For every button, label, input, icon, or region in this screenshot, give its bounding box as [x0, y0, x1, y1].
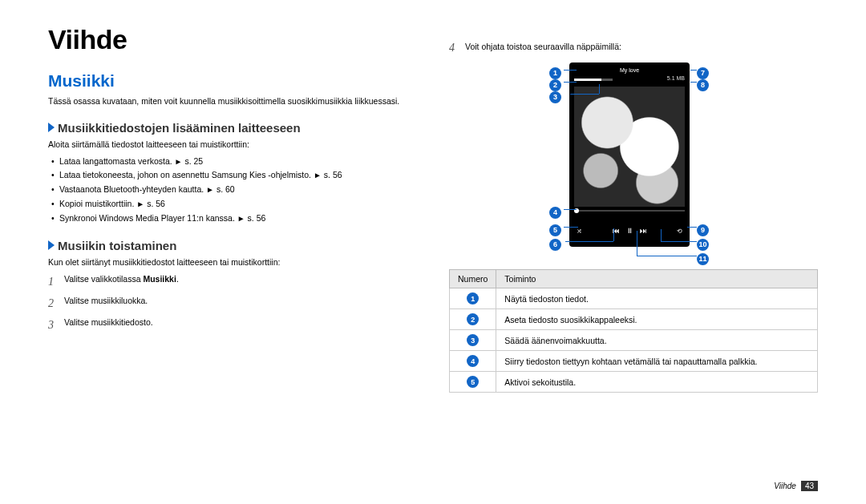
- table-row: 4Siirry tiedoston tiettyyn kohtaan vetäm…: [450, 351, 818, 372]
- list-item: Kopioi muistikorttiin. ► s. 56: [51, 197, 417, 212]
- step-4-lead: 4Voit ohjata toistoa seuraavilla näppäim…: [449, 42, 818, 54]
- shuffle-icon: ⤨: [577, 228, 582, 235]
- callout-badge: 10: [697, 239, 709, 251]
- next-icon: ⏭: [640, 227, 647, 235]
- page-number: 43: [801, 481, 818, 491]
- table-row: 1Näytä tiedoston tiedot.: [450, 288, 818, 309]
- page-footer: Viihde 43: [774, 481, 818, 491]
- callout-badge: 11: [697, 253, 709, 265]
- list-item: Synkronoi Windows Media Player 11:n kans…: [51, 212, 417, 226]
- subheading-lead: Kun olet siirtänyt musiikkitiedostot lai…: [48, 256, 417, 269]
- callout-badge: 8: [697, 79, 709, 91]
- table-row: 2Aseta tiedosto suosikkikappaleeksi.: [450, 309, 818, 330]
- player-controls: ⤨ ⏮ ⏸ ⏭ ⟲: [574, 221, 685, 240]
- step-item: 2Valitse musiikkiluokka.: [48, 293, 417, 315]
- subheading-add-files: Musiikkitiedostojen lisääminen laitteese…: [48, 121, 417, 135]
- subheading-lead: Aloita siirtämällä tiedostot laitteeseen…: [48, 139, 417, 151]
- callout-badge: 5: [549, 224, 561, 236]
- section-heading: Musiikki: [48, 71, 417, 91]
- table-header-function: Toiminto: [496, 270, 818, 288]
- table-row: 5Aktivoi sekoitustila.: [450, 372, 818, 393]
- chevron-icon: [48, 123, 55, 132]
- table-row: 3Säädä äänenvoimakkuutta.: [450, 330, 818, 351]
- step-item: 3Valitse musiikkitiedosto.: [48, 315, 417, 337]
- chevron-icon: [48, 240, 55, 250]
- callout-badge: 9: [697, 224, 709, 236]
- progress-bar: [574, 210, 685, 212]
- list-item: Lataa langattomasta verkosta. ► s. 25: [51, 155, 417, 169]
- subheading-playback: Musiikin toistaminen: [48, 239, 417, 252]
- bullet-list: Lataa langattomasta verkosta. ► s. 25 La…: [51, 155, 417, 226]
- file-size: 5.1 MB: [667, 75, 685, 81]
- phone-screenshot: My love 5.1 MB ⤨ ⏮ ⏸ ⏭ ⟲: [569, 62, 690, 247]
- page-title: Viihde: [48, 24, 417, 55]
- step-item: 1 Valitse valikkotilassa Musiikki.: [48, 272, 417, 293]
- step-list: 1 Valitse valikkotilassa Musiikki. 2Vali…: [48, 272, 417, 336]
- callout-badge: 6: [549, 239, 561, 251]
- table-header-number: Numero: [450, 270, 496, 288]
- player-diagram: My love 5.1 MB ⤨ ⏮ ⏸ ⏭ ⟲ 1 2 3 4: [501, 62, 766, 255]
- callout-badge: 4: [549, 207, 561, 219]
- intro-text: Tässä osassa kuvataan, miten voit kuunne…: [48, 95, 417, 108]
- list-item: Lataa tietokoneesta, johon on asennettu …: [51, 168, 417, 183]
- album-art: [574, 87, 685, 207]
- repeat-icon: ⟲: [677, 228, 682, 235]
- list-item: Vastaanota Bluetooth-yhteyden kautta. ► …: [51, 183, 417, 197]
- callout-badge: 3: [549, 91, 561, 103]
- function-table: Numero Toiminto 1Näytä tiedoston tiedot.…: [449, 269, 818, 393]
- track-title: My love: [569, 67, 690, 73]
- volume-bar: [574, 79, 613, 81]
- play-icon: ⏸: [626, 227, 633, 235]
